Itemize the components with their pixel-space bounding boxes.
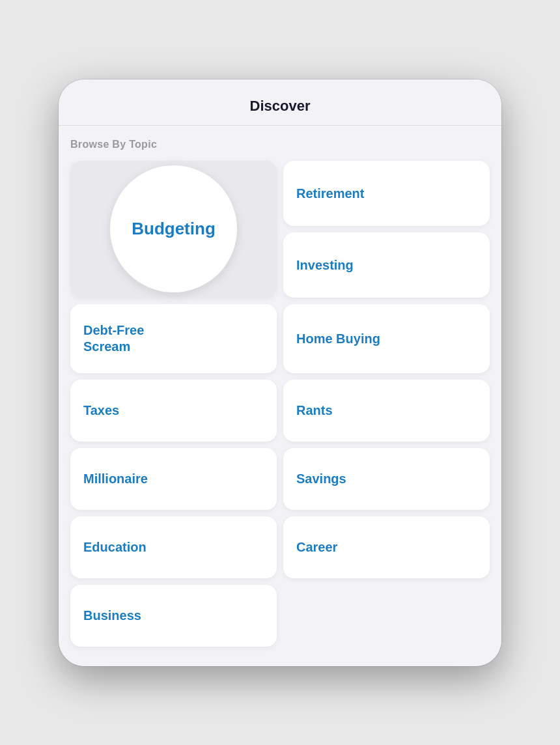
topic-card-taxes[interactable]: Taxes [70, 380, 277, 442]
budgeting-circle: Budgeting [110, 165, 237, 292]
topic-label-rants: Rants [296, 402, 333, 418]
topic-label-budgeting: Budgeting [132, 219, 216, 239]
topic-label-investing: Investing [296, 257, 354, 273]
content-area: Browse By Topic Budgeting Retirement Inv… [59, 126, 501, 666]
topic-label-debt-free: Debt-FreeScream [83, 322, 144, 355]
topic-label-business: Business [83, 608, 141, 623]
topic-card-budgeting[interactable]: Budgeting [70, 161, 277, 298]
topic-label-retirement: Retirement [296, 186, 364, 201]
topic-label-career: Career [296, 539, 337, 555]
topic-card-home-buying[interactable]: Home Buying [283, 304, 490, 373]
topic-label-home-buying: Home Buying [296, 331, 380, 346]
topic-card-career[interactable]: Career [283, 516, 490, 578]
topic-card-rants[interactable]: Rants [283, 380, 490, 442]
topic-card-millionaire[interactable]: Millionaire [70, 448, 277, 510]
topic-card-debt-free[interactable]: Debt-FreeScream [70, 304, 277, 373]
topic-label-taxes: Taxes [83, 402, 119, 418]
topic-card-education[interactable]: Education [70, 516, 277, 578]
topic-label-savings: Savings [296, 471, 346, 486]
topic-label-education: Education [83, 539, 147, 555]
budgeting-wrapper: Budgeting [70, 161, 277, 298]
topic-card-savings[interactable]: Savings [283, 448, 490, 510]
topic-card-investing[interactable]: Investing [283, 232, 490, 298]
page-title: Discover [250, 98, 311, 114]
header: Discover [59, 79, 501, 126]
browse-by-topic-label: Browse By Topic [70, 139, 490, 150]
topic-card-retirement[interactable]: Retirement [283, 161, 490, 226]
phone-container: Discover Browse By Topic Budgeting Retir… [59, 79, 501, 666]
topic-label-millionaire: Millionaire [83, 471, 148, 486]
topic-card-business[interactable]: Business [70, 585, 277, 647]
topics-grid: Budgeting Retirement Investing Debt-Free… [70, 161, 490, 647]
